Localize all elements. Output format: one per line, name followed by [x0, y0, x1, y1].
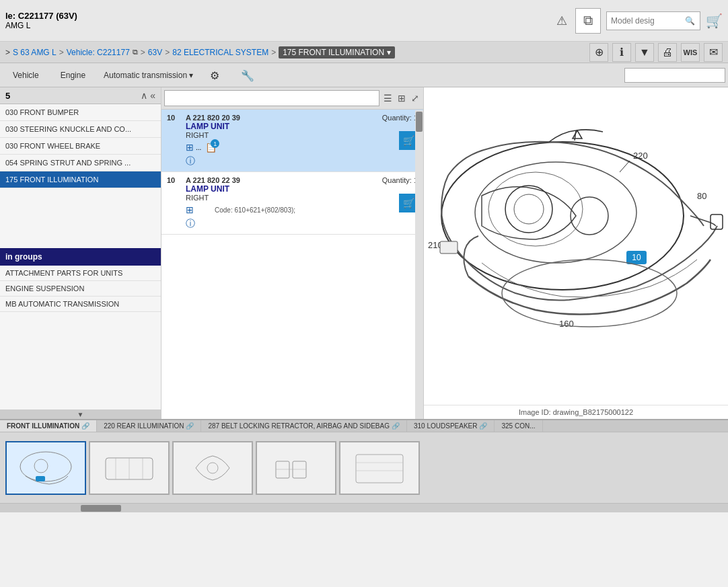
thumbnail-bar: FRONT ILLUMINATION 🔗 220 REAR ILLUMINATI… — [0, 419, 728, 503]
part-qty-label-1: Quantity: 1 — [382, 114, 418, 122]
diagram-svg: 220 210 80 10 160 — [428, 128, 724, 364]
part-name-1: LAMP UNIT — [186, 122, 418, 131]
thumb-img-1[interactable] — [89, 441, 170, 495]
breadcrumb-electrical[interactable]: 82 ELECTRICAL SYSTEM — [172, 48, 268, 57]
breadcrumb-s63[interactable]: S 63 AMG L — [13, 48, 57, 57]
filter-btn[interactable]: ▼ — [635, 43, 654, 62]
svg-point-3 — [505, 186, 552, 233]
thumb-img-3[interactable] — [256, 441, 336, 495]
vehicle-subtitle: AMG L — [5, 21, 77, 30]
thumb-tab-loudspeaker[interactable]: 310 LOUDSPEAKER 🔗 — [407, 420, 495, 432]
part-code-1: ... — [196, 144, 201, 151]
part-row-2[interactable]: 10 A 221 820 22 39 Quantity: 1 LAMP UNIT… — [161, 172, 423, 235]
sidebar-back-btn[interactable]: « — [150, 90, 155, 101]
part-icons-1: ⊞ ... 📋 1 — [186, 142, 418, 153]
sidebar-scroll-down[interactable]: ▼ — [0, 409, 161, 419]
sidebar-item-steering-knuckle[interactable]: 030 STEERING KNUCKLE AND CO... — [0, 121, 161, 138]
tab-vehicle[interactable]: Vehicle — [3, 66, 49, 84]
part-side-1: RIGHT — [186, 131, 418, 139]
part-side-2: RIGHT — [186, 194, 418, 202]
copy-button[interactable]: ⧉ — [575, 8, 601, 34]
svg-line-8 — [620, 161, 630, 172]
tab-automatic-transmission[interactable]: Automatic transmission ▾ — [97, 67, 200, 84]
model-search-box[interactable]: 🔍 — [606, 11, 700, 30]
sidebar-groups-list: ATTACHMENT PARTS FOR UNITS ENGINE SUSPEN… — [0, 266, 161, 409]
thumb-tab-rear-illumination[interactable]: 220 REAR ILLUMINATION 🔗 — [97, 420, 201, 432]
sidebar-group-mb-automatic[interactable]: MB AUTOMATIC TRANSMISSION — [0, 297, 161, 312]
breadcrumb-dropdown-icon: ▾ — [387, 48, 391, 57]
breadcrumb-63v[interactable]: 63V — [148, 48, 162, 57]
sidebar-group-engine-suspension[interactable]: ENGINE SUSPENSION — [0, 281, 161, 297]
thumb-img-2[interactable] — [172, 441, 253, 495]
part-info-icon-1[interactable]: ⓘ — [186, 155, 195, 167]
part-actions-2: ⓘ 🛒 — [186, 218, 418, 230]
tab-dropdown-arrow: ▾ — [189, 71, 193, 80]
sidebar-group-attachment[interactable]: ATTACHMENT PARTS FOR UNITS — [0, 266, 161, 281]
parts-search-input[interactable] — [625, 71, 725, 79]
sidebar-item-spring-strut[interactable]: 054 SPRING STRUT AND SPRING ... — [0, 155, 161, 171]
thumb-tab-belt-locking[interactable]: 287 BELT LOCKING RETRACTOR, AIRBAG AND S… — [201, 420, 407, 432]
breadcrumb-toolbar: ⊕ ℹ ▼ 🖨 WIS ✉ — [589, 43, 723, 62]
part-info-icon-2[interactable]: ⓘ — [186, 218, 195, 230]
parts-filter-input[interactable] — [164, 90, 379, 106]
breadcrumb-current[interactable]: 175 FRONT ILLUMINATION ▾ — [279, 46, 395, 58]
breadcrumb-vehicle[interactable]: Vehicle: C221177 — [67, 48, 130, 57]
thumb-tab-325[interactable]: 325 CON... — [495, 420, 542, 432]
zoom-in-btn[interactable]: ⊕ — [589, 43, 608, 62]
thumb-img-4[interactable] — [339, 441, 420, 495]
label-160: 160 — [559, 319, 574, 329]
warning-icon-btn[interactable]: ⚠ — [554, 11, 570, 31]
diagram-canvas: 220 210 80 10 160 — [424, 87, 728, 405]
thumb-tab-front-illumination[interactable]: FRONT ILLUMINATION 🔗 — [0, 420, 97, 432]
thumb-tab-link-icon-0: 🔗 — [81, 422, 89, 430]
label-80: 80 — [697, 191, 706, 201]
part-number-2: A 221 820 22 39 — [186, 176, 240, 184]
tab-engine[interactable]: Engine — [50, 66, 96, 84]
svg-rect-15 — [36, 476, 45, 481]
sidebar: 5 ∧ « 030 FRONT BUMPER 030 STEERING KNUC… — [0, 87, 161, 419]
parts-list-view-btn[interactable]: ☰ — [382, 91, 394, 105]
parts-expand-btn[interactable]: ⤢ — [410, 91, 421, 105]
part-icons-2: ⊞ Code: 610+621+(802/803); — [186, 204, 418, 215]
print-btn[interactable]: 🖨 — [658, 43, 677, 62]
part-actions-1: ⓘ 🛒 — [186, 155, 418, 167]
breadcrumb: > S 63 AMG L > Vehicle: C221177 ⧉ > 63V … — [5, 46, 395, 58]
svg-point-1 — [475, 162, 636, 263]
model-search-input[interactable] — [611, 16, 685, 26]
parts-scrollbar[interactable] — [415, 110, 423, 419]
header-info: le: C221177 (63V) AMG L — [5, 11, 77, 30]
mail-btn[interactable]: ✉ — [704, 43, 723, 62]
svg-point-20 — [207, 463, 218, 473]
label-10: 10 — [632, 253, 641, 262]
thumb-tab-link-icon-3: 🔗 — [479, 422, 487, 430]
part-table-icon-2[interactable]: ⊞ — [186, 204, 194, 215]
diagram-image-id: Image ID: drawing_B82175000122 — [424, 405, 728, 419]
part-row-1[interactable]: 10 A 221 820 20 39 Quantity: 1 LAMP UNIT… — [161, 110, 423, 172]
breadcrumb-sep-start: > — [5, 48, 10, 57]
parts-toolbar: ☰ ⊞ ⤢ — [161, 87, 423, 110]
parts-search-box[interactable] — [624, 68, 725, 83]
tab-wrench-icon[interactable]: 🔧 — [231, 65, 264, 86]
sidebar-collapse-btn[interactable]: ∧ — [141, 90, 147, 101]
thumb-img-0[interactable] — [5, 441, 86, 495]
part-table-icon-1[interactable]: ⊞ — [186, 142, 194, 153]
bottom-scrollbar[interactable] — [0, 503, 728, 512]
parts-panel: ☰ ⊞ ⤢ 10 A 221 820 20 39 Quantity: 1 LAM… — [161, 87, 424, 419]
parts-list: 10 A 221 820 20 39 Quantity: 1 LAMP UNIT… — [161, 110, 423, 419]
wis-btn[interactable]: WIS — [681, 43, 700, 62]
svg-rect-21 — [276, 461, 289, 478]
sidebar-item-front-bumper[interactable]: 030 FRONT BUMPER — [0, 104, 161, 121]
sidebar-item-front-illumination[interactable]: 175 FRONT ILLUMINATION — [0, 171, 161, 188]
svg-point-4 — [514, 194, 544, 224]
parts-scrollbar-thumb — [416, 112, 423, 132]
tab-gear-icon[interactable]: ⚙ — [200, 65, 229, 86]
sidebar-item-front-wheel-brake[interactable]: 030 FRONT WHEEL BRAKE — [0, 138, 161, 155]
svg-rect-24 — [356, 455, 403, 483]
parts-grid-view-btn[interactable]: ⊞ — [396, 91, 407, 105]
svg-point-11 — [502, 260, 677, 327]
part-name-2: LAMP UNIT — [186, 184, 418, 194]
cart-button[interactable]: 🛒 — [706, 13, 723, 29]
sidebar-groups-header: in groups — [0, 248, 161, 266]
info-btn[interactable]: ℹ — [612, 43, 631, 62]
top-header: le: C221177 (63V) AMG L ⚠ ⧉ 🔍 🛒 — [0, 0, 728, 42]
